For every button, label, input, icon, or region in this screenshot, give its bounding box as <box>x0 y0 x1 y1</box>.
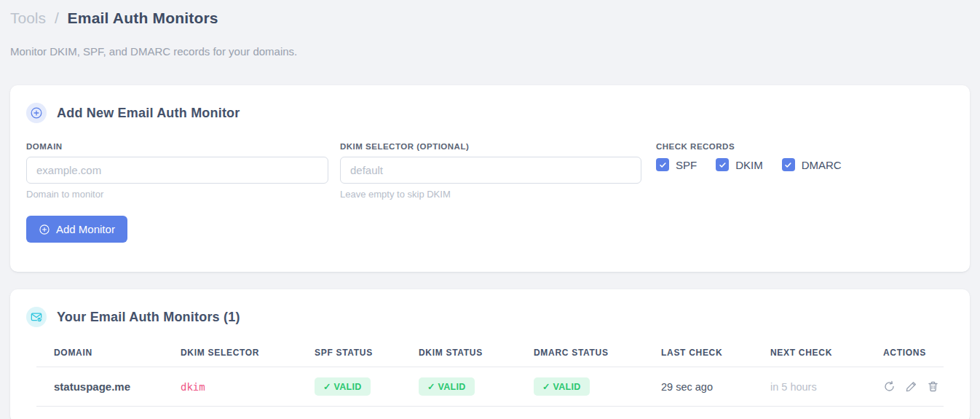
add-monitor-form: DOMAIN Domain to monitor DKIM SELECTOR (… <box>26 142 954 200</box>
monitors-card-title: Your Email Auth Monitors (1) <box>57 310 240 325</box>
monitor-next-check: in 5 hours <box>753 367 866 407</box>
check-records-group: CHECK RECORDS SPF DKIM <box>653 142 954 200</box>
spf-checkbox-box[interactable] <box>656 158 669 171</box>
dmarc-checkbox-box[interactable] <box>782 158 795 171</box>
check-icon <box>659 161 667 169</box>
monitors-card-header: Your Email Auth Monitors (1) <box>26 307 954 327</box>
dkim-status-badge: ✓ VALID <box>419 377 475 396</box>
breadcrumb-separator: / <box>55 9 59 26</box>
breadcrumb-tools-link[interactable]: Tools <box>10 9 46 26</box>
check-records-options: SPF DKIM DMARC <box>656 158 954 171</box>
table-header-row: DOMAIN DKIM SELECTOR SPF STATUS DKIM STA… <box>36 343 944 367</box>
spf-checkbox[interactable]: SPF <box>656 158 697 171</box>
monitor-dkim-selector: dkim <box>163 367 297 407</box>
add-monitor-card: Add New Email Auth Monitor DOMAIN Domain… <box>10 85 970 272</box>
check-icon <box>719 161 727 169</box>
page: Tools / Email Auth Monitors Monitor DKIM… <box>0 0 980 419</box>
column-header-dmarc-status: DMARC STATUS <box>516 343 644 367</box>
dmarc-status-badge: ✓ VALID <box>534 377 590 396</box>
column-header-actions: ACTIONS <box>866 343 944 367</box>
envelope-check-icon <box>26 307 47 327</box>
column-header-last-check: LAST CHECK <box>644 343 753 367</box>
refresh-icon[interactable] <box>883 380 896 393</box>
column-header-domain: DOMAIN <box>36 343 163 367</box>
check-records-label: CHECK RECORDS <box>656 142 954 151</box>
dkim-checkbox-box[interactable] <box>716 158 729 171</box>
table-row: statuspage.me dkim ✓ VALID ✓ VALID ✓ VAL… <box>36 367 944 407</box>
column-header-dkim-status: DKIM STATUS <box>401 343 516 367</box>
monitors-table: DOMAIN DKIM SELECTOR SPF STATUS DKIM STA… <box>36 343 944 407</box>
trash-icon[interactable] <box>927 380 939 393</box>
add-monitor-button-label: Add Monitor <box>56 223 115 235</box>
plus-circle-icon <box>26 103 47 123</box>
column-header-spf-status: SPF STATUS <box>297 343 401 367</box>
dmarc-checkbox-label: DMARC <box>802 159 842 171</box>
page-subtitle: Monitor DKIM, SPF, and DMARC records for… <box>10 45 970 58</box>
row-actions <box>883 380 944 393</box>
dkim-selector-input[interactable] <box>340 157 641 184</box>
dkim-checkbox-label: DKIM <box>735 159 763 171</box>
add-card-title: Add New Email Auth Monitor <box>57 106 240 121</box>
monitor-last-check: 29 sec ago <box>644 367 753 407</box>
monitors-table-wrap: DOMAIN DKIM SELECTOR SPF STATUS DKIM STA… <box>36 343 944 407</box>
dkim-selector-helper-text: Leave empty to skip DKIM <box>340 189 641 200</box>
check-icon <box>784 161 792 169</box>
dkim-selector-field-group: DKIM SELECTOR (OPTIONAL) Leave empty to … <box>340 142 641 200</box>
domain-helper-text: Domain to monitor <box>26 189 328 200</box>
page-title: Email Auth Monitors <box>68 9 218 26</box>
edit-pencil-icon[interactable] <box>905 380 917 393</box>
dkim-selector-field-label: DKIM SELECTOR (OPTIONAL) <box>340 142 641 151</box>
plus-circle-icon <box>39 224 50 235</box>
dmarc-checkbox[interactable]: DMARC <box>782 158 842 171</box>
domain-input[interactable] <box>26 157 328 184</box>
spf-status-badge: ✓ VALID <box>315 377 371 396</box>
column-header-next-check: NEXT CHECK <box>753 343 866 367</box>
domain-field-group: DOMAIN Domain to monitor <box>26 142 328 200</box>
spf-checkbox-label: SPF <box>676 159 697 171</box>
domain-field-label: DOMAIN <box>26 142 328 151</box>
breadcrumb: Tools / Email Auth Monitors <box>10 9 970 28</box>
column-header-dkim-selector: DKIM SELECTOR <box>163 343 297 367</box>
add-monitor-button[interactable]: Add Monitor <box>26 216 127 243</box>
dkim-checkbox[interactable]: DKIM <box>716 158 763 171</box>
monitor-domain: statuspage.me <box>36 367 163 407</box>
monitors-card: Your Email Auth Monitors (1) DOMAIN DKIM… <box>10 289 970 419</box>
add-card-header: Add New Email Auth Monitor <box>26 103 954 123</box>
